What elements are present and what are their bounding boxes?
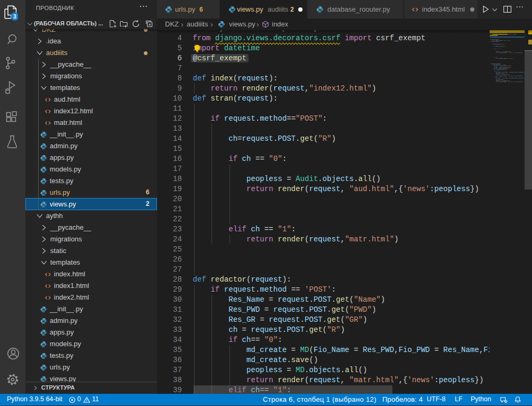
- svg-text:3: 3: [13, 13, 16, 20]
